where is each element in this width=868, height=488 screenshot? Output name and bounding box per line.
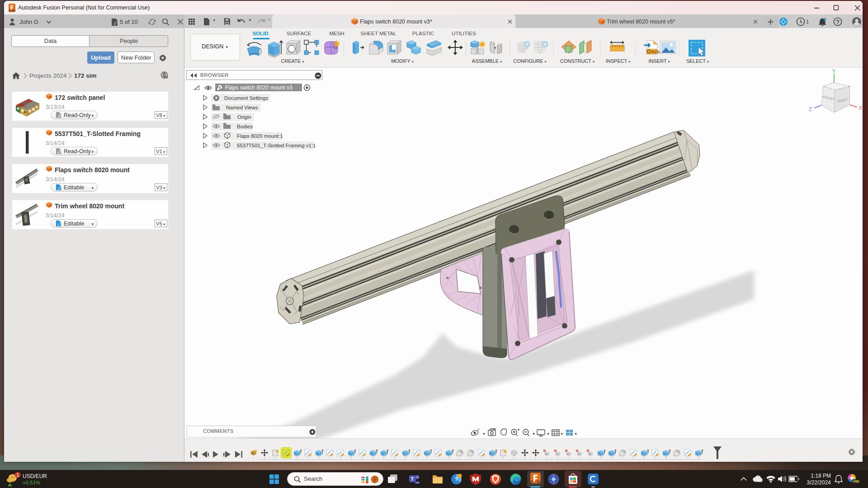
svg-text:Z: Z [809,106,812,113]
svg-text:?: ? [455,476,458,483]
svg-text:SVG: SVG [651,49,660,54]
svg-text:FUS: FUS [533,482,537,484]
svg-text:X: X [859,104,863,111]
svg-text:?: ? [836,19,840,25]
svg-text:T: T [411,476,414,482]
svg-text:PRE: PRE [854,480,860,483]
svg-text:1: 1 [806,19,809,24]
svg-text:1: 1 [17,473,19,478]
svg-text:Y: Y [832,69,836,75]
